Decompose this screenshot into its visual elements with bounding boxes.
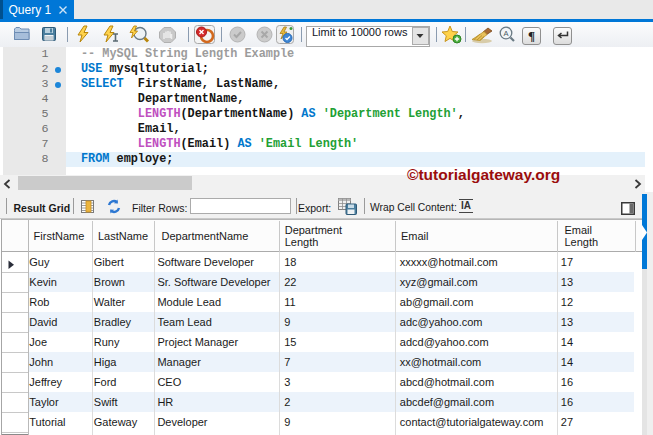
svg-text:A: A — [503, 28, 508, 37]
